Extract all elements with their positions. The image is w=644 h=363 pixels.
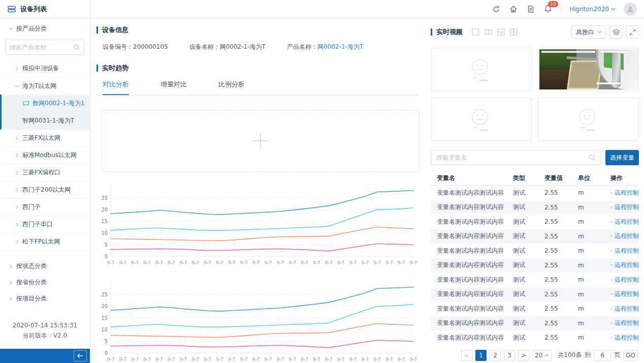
page-button-1[interactable]: 1 bbox=[475, 350, 487, 361]
layers-button[interactable] bbox=[609, 25, 623, 39]
remote-control-label: 远程控制 bbox=[615, 290, 639, 298]
go-button[interactable]: GO bbox=[623, 350, 638, 361]
page-unit-label: 页 bbox=[614, 351, 620, 359]
device-info-field: 设备名称：网0002-1-海为T bbox=[189, 43, 266, 51]
product-name-link[interactable]: 网0002-1-海为T bbox=[317, 43, 363, 50]
no-video-placeholder-icon bbox=[573, 105, 604, 134]
cell-value: 2.55 bbox=[538, 291, 572, 298]
svg-text:9-7: 9-7 bbox=[398, 357, 405, 362]
remote-control-label: 远程控制 bbox=[615, 319, 639, 327]
fullscreen-button[interactable] bbox=[626, 25, 639, 39]
video-theme-select[interactable]: 典雅白 bbox=[571, 25, 606, 39]
cell-value: 2.55 bbox=[538, 233, 572, 240]
svg-text:9-7: 9-7 bbox=[143, 357, 151, 362]
cell-unit: m bbox=[572, 189, 604, 196]
layout-1-icon[interactable] bbox=[472, 28, 479, 36]
layout-4-icon[interactable] bbox=[510, 28, 518, 36]
tree-item[interactable]: 海为T以太网 bbox=[0, 77, 90, 95]
remote-control-link[interactable]: 远程控制 bbox=[604, 290, 639, 298]
remote-control-link[interactable]: 远程控制 bbox=[604, 218, 639, 226]
svg-text:9-7: 9-7 bbox=[240, 357, 248, 362]
remote-control-link[interactable]: 远程控制 bbox=[604, 247, 639, 255]
video-cell-playing[interactable] bbox=[538, 48, 639, 91]
device-tree: 按产品分类 模拟中冶设备 海为T以太网数网0002-1-海为1智网0031-1-… bbox=[0, 18, 90, 320]
document-icon[interactable] bbox=[526, 5, 535, 14]
svg-text:9-7: 9-7 bbox=[265, 357, 272, 362]
remote-control-link[interactable]: 远程控制 bbox=[604, 319, 639, 327]
remote-control-link[interactable]: 远程控制 bbox=[604, 334, 639, 342]
tree-section[interactable]: 按省份分类 bbox=[0, 274, 90, 290]
camera-stream-image bbox=[539, 49, 637, 89]
page-button-3[interactable]: 3 bbox=[504, 350, 515, 361]
remote-control-label: 远程控制 bbox=[615, 261, 639, 269]
remote-control-link[interactable]: 远程控制 bbox=[604, 203, 639, 211]
current-time: 2020-07-14 15:53:31 bbox=[0, 320, 90, 330]
tree-item[interactable]: 西门子串口 bbox=[0, 216, 90, 233]
page-size-select[interactable]: 20 bbox=[532, 350, 552, 361]
goto-page-input[interactable] bbox=[594, 350, 611, 361]
home-icon[interactable] bbox=[509, 5, 518, 14]
variable-search-input[interactable] bbox=[436, 154, 589, 161]
chevron-right-icon bbox=[8, 296, 13, 301]
tab-item[interactable]: 比例分析 bbox=[218, 80, 245, 95]
cell-variable-name: 变量名测试内容测试内容 bbox=[431, 232, 507, 240]
tree-item[interactable]: 松下FP以太网 bbox=[0, 233, 90, 251]
prev-page-button[interactable]: < bbox=[461, 350, 472, 361]
no-video-placeholder-icon bbox=[466, 105, 497, 134]
layout-3-icon[interactable] bbox=[497, 28, 505, 36]
layout-2-icon[interactable] bbox=[485, 28, 492, 36]
select-variable-button[interactable]: 选择变量 bbox=[605, 150, 639, 165]
remote-control-icon bbox=[610, 320, 613, 326]
remote-control-link[interactable]: 远程控制 bbox=[604, 261, 639, 269]
svg-text:9-7: 9-7 bbox=[410, 260, 417, 265]
remote-control-link[interactable]: 远程控制 bbox=[604, 305, 639, 313]
tree-section[interactable]: 按状态分类 bbox=[0, 258, 90, 274]
trend-title: 实时趋势 bbox=[102, 64, 128, 73]
tree-device-item[interactable]: 智网0031-1-海为T bbox=[2, 112, 90, 129]
tree-item[interactable]: 模拟中冶设备 bbox=[0, 60, 90, 77]
device-info-title: 设备信息 bbox=[102, 25, 128, 35]
tree-section[interactable]: 按项目分类 bbox=[0, 290, 90, 307]
variables-table-header: 变量名类型变量值单位操作 bbox=[431, 171, 639, 186]
remote-control-link[interactable]: 远程控制 bbox=[604, 232, 639, 240]
tree-item[interactable]: 西门子200以太网 bbox=[0, 182, 90, 199]
tree-section[interactable]: 按产品分类 bbox=[0, 20, 90, 37]
tree-device-selected[interactable]: 数网0002-1-海为1 bbox=[2, 95, 90, 112]
tab-active[interactable]: 对比分析 bbox=[103, 80, 129, 95]
user-menu[interactable]: Hignton2020 bbox=[569, 6, 616, 13]
collapse-sidebar-button[interactable] bbox=[74, 350, 87, 361]
video-cell-empty[interactable] bbox=[431, 48, 532, 91]
remote-control-link[interactable]: 远程控制 bbox=[604, 276, 639, 284]
video-cell-empty[interactable] bbox=[538, 98, 639, 141]
svg-text:9-7: 9-7 bbox=[410, 357, 417, 362]
remote-control-link[interactable]: 远程控制 bbox=[604, 189, 639, 197]
top-header: 10 Hignton2020 bbox=[90, 0, 644, 18]
refresh-icon[interactable] bbox=[492, 5, 501, 14]
chevron-right-icon bbox=[14, 205, 19, 209]
notification-bell-icon[interactable]: 10 bbox=[543, 5, 553, 14]
next-page-button[interactable]: > bbox=[518, 350, 529, 361]
tree-item[interactable]: 标准Modbus以太网 bbox=[0, 147, 90, 164]
page-button-2[interactable]: 2 bbox=[490, 350, 501, 361]
cell-type: 测试 bbox=[507, 261, 538, 269]
remote-control-icon bbox=[610, 291, 613, 297]
tree-item[interactable]: 三菱FX以太网 bbox=[0, 130, 90, 147]
search-icon[interactable] bbox=[589, 154, 596, 161]
remote-control-icon bbox=[610, 233, 613, 239]
device-info-fields: 设备编号：200000105设备名称：网0002-1-海为T产品名称：网0002… bbox=[103, 43, 418, 51]
tree-item[interactable]: 三菱FX编程口 bbox=[0, 164, 90, 182]
tree-item-label: 按省份分类 bbox=[16, 278, 47, 287]
add-chart-box[interactable] bbox=[102, 110, 420, 172]
avatar[interactable] bbox=[624, 3, 637, 16]
header-divider bbox=[561, 5, 561, 13]
tab-item[interactable]: 增量对比 bbox=[160, 80, 187, 95]
remote-control-label: 远程控制 bbox=[615, 189, 639, 197]
search-icon[interactable] bbox=[73, 44, 80, 51]
svg-text:0: 0 bbox=[105, 254, 108, 259]
svg-text:25: 25 bbox=[101, 195, 108, 201]
svg-text:9-7: 9-7 bbox=[288, 260, 296, 265]
table-row: 变量名测试内容测试内容测试2.55m 远程控制 bbox=[431, 287, 639, 302]
video-cell-empty[interactable] bbox=[431, 98, 532, 141]
tree-item[interactable]: 西门子 bbox=[0, 199, 90, 216]
product-search-input[interactable] bbox=[10, 44, 73, 51]
